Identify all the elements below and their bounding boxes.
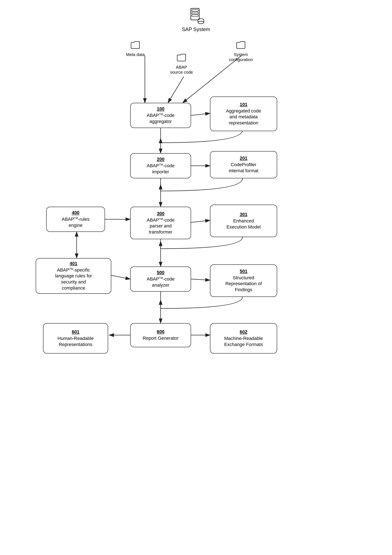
box-601-label: Human-ReadableRepresentations [58,336,94,347]
box-301-label: EnhancedExecution Model [227,218,261,230]
svg-line-11 [111,275,130,279]
box-500-label: ABAPTM‑codeanalyzer [147,276,175,288]
box-301: 301 EnhancedExecution Model [210,204,277,237]
box-100: 100 ABAPTM‑codeaggregator [130,103,191,128]
box-401-number: 401 [70,261,77,266]
box-400: 400 ABAPTM‑rulesengine [46,207,105,232]
folder-sysconfig: System configuration [229,40,253,62]
folder-abap-icon [176,52,187,64]
svg-line-13 [191,279,210,280]
box-300-number: 300 [157,211,165,216]
box-100-number: 100 [157,106,165,112]
folder-abap-label: ABAP source code [170,65,193,75]
folder-metadata-icon [130,40,141,51]
box-501: 501 StructuredRepresentation ofFindings [210,264,277,297]
box-501-number: 501 [240,269,248,274]
sap-label: SAP System [182,26,210,32]
box-300: 300 ABAPTM‑codeparser andtransformer [130,207,191,239]
folder-sysconfig-label: System configuration [229,52,253,62]
box-400-number: 400 [72,210,80,215]
folder-metadata: Meta data [126,40,145,57]
svg-rect-20 [192,12,198,14]
svg-line-9 [191,220,210,222]
box-501-label: StructuredRepresentation ofFindings [225,275,262,293]
box-600-label: Report Generator [143,335,178,341]
box-601-number: 601 [72,329,80,335]
box-100-label: ABAPTM‑codeaggregator [147,112,175,124]
box-201-label: CodeProfilerinternal format [229,162,259,174]
sap-system-area: SAP System [182,6,210,32]
box-200-number: 200 [157,157,165,162]
box-602: 602 Machine-ReadableExchange Formats [210,323,277,354]
svg-line-3 [168,77,184,103]
box-101-label: Aggregated codeand metadatarepresentatio… [226,108,261,126]
box-401: 401 ABAPTM‑specificlanguage rules forsec… [36,258,111,294]
box-602-number: 602 [240,329,248,335]
box-301-number: 301 [240,212,248,217]
server-icon [187,6,206,25]
box-601: 601 Human-ReadableRepresentations [43,323,108,354]
box-600-number: 600 [157,329,165,335]
folder-abap-source: ABAP source code [170,52,193,75]
box-400-label: ABAPTM‑rulesengine [62,216,90,228]
box-101-number: 101 [240,102,248,107]
box-600: 600 Report Generator [130,323,191,347]
folder-sysconfig-icon [236,40,246,51]
box-500: 500 ABAPTM‑codeanalyzer [130,266,191,292]
box-602-label: Machine-ReadableExchange Formats [224,336,263,347]
diagram-container: SAP System Meta data ABAP source code Sy… [0,0,392,555]
box-201-number: 201 [240,155,248,161]
box-401-label: ABAPTM‑specificlanguage rules forsecurit… [55,267,92,291]
svg-rect-21 [192,15,198,16]
box-201: 201 CodeProfilerinternal format [210,151,277,178]
box-500-number: 500 [157,270,165,275]
box-200-label: ABAPTM‑codeimporter [147,163,175,175]
box-300-label: ABAPTM‑codeparser andtransformer [147,217,175,235]
svg-line-5 [191,113,210,115]
svg-rect-19 [192,10,198,11]
box-101: 101 Aggregated codeand metadatarepresent… [210,96,277,131]
folder-metadata-label: Meta data [126,52,145,57]
box-200: 200 ABAPTM‑codeimporter [130,153,191,178]
